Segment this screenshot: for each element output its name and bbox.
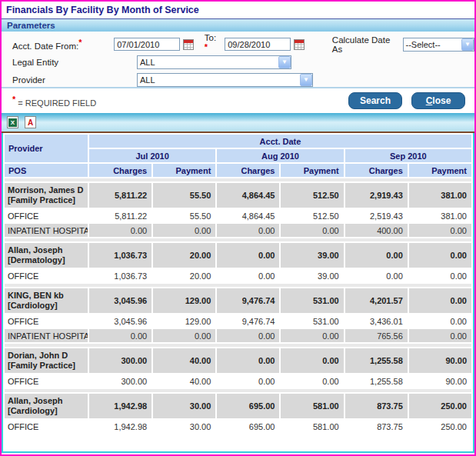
provider-name: Allan, Joseph <box>8 245 88 255</box>
total-value: 0.00 <box>409 288 471 313</box>
pos-row: OFFICE5,811.2255.504,864.45512.502,519.4… <box>5 209 471 222</box>
cell-value: 531.00 <box>281 315 343 328</box>
cell-value: 400.00 <box>345 224 408 237</box>
pos-row: INPATIENT HOSPITAL0.000.000.000.00400.00… <box>5 224 471 237</box>
cell-value: 695.00 <box>217 420 279 433</box>
calculate-date-as-label: Calculate Date As <box>332 35 395 54</box>
total-value: 300.00 <box>89 348 151 373</box>
total-value: 40.00 <box>153 348 215 373</box>
provider-summary-row: KING, BEN kb[Cardiology]3,045.96129.009,… <box>5 288 471 313</box>
cell-value: 0.00 <box>281 224 343 237</box>
cell-value: 90.00 <box>409 374 471 388</box>
cell-value: 0.00 <box>89 329 151 342</box>
total-value: 90.00 <box>409 348 471 373</box>
total-value: 695.00 <box>217 394 279 418</box>
report-window: Financials By Facility By Month of Servi… <box>0 0 476 456</box>
provider-name: Allan, Joseph <box>8 396 88 406</box>
title-bar: Financials By Facility By Month of Servi… <box>2 2 474 18</box>
payment-column-header: Payment <box>281 164 343 177</box>
cell-value: 1,036.73 <box>89 269 151 282</box>
pos-row: OFFICE300.0040.000.000.001,255.5890.00 <box>5 374 471 388</box>
pos-label: INPATIENT HOSPITAL <box>5 224 88 237</box>
cell-value: 0.00 <box>217 224 279 237</box>
pdf-export-icon[interactable]: A <box>25 116 36 128</box>
export-toolbar: X A <box>2 113 474 133</box>
cell-value: 20.00 <box>153 269 215 282</box>
search-button[interactable]: Search <box>348 92 402 109</box>
total-value: 381.00 <box>409 183 471 208</box>
calculate-date-as-select[interactable]: --Select-- ▼ <box>403 38 474 52</box>
calendar-icon[interactable] <box>183 39 194 50</box>
cell-value: 250.00 <box>409 420 471 433</box>
cell-value: 0.00 <box>409 269 471 282</box>
cell-value: 0.00 <box>409 224 471 237</box>
cell-value: 55.50 <box>153 209 215 222</box>
cell-value: 0.00 <box>89 224 151 237</box>
total-value: 531.00 <box>281 288 343 313</box>
cell-value: 0.00 <box>153 224 215 237</box>
pos-row: OFFICE1,036.7320.000.0039.000.000.00 <box>5 269 471 282</box>
provider-specialty: [Cardiology] <box>8 301 88 311</box>
cell-value: 9,476.74 <box>217 315 279 328</box>
date-from-input[interactable] <box>114 38 180 51</box>
chevron-down-icon: ▼ <box>461 38 474 51</box>
cell-value: 765.56 <box>345 329 408 342</box>
cell-value: 300.00 <box>89 374 151 388</box>
total-value: 1,942.98 <box>89 394 151 418</box>
date-to-input[interactable] <box>225 38 291 51</box>
acct-date-header: Acct. Date <box>89 135 471 148</box>
cell-value: 512.50 <box>281 209 343 222</box>
cell-value: 0.00 <box>153 329 215 342</box>
month-header-aug: Aug 2010 <box>217 149 343 162</box>
provider-select[interactable]: ALL ▼ <box>137 73 313 87</box>
cell-value: 1,942.98 <box>89 420 151 433</box>
legal-entity-select[interactable]: ALL ▼ <box>137 55 291 69</box>
total-value: 55.50 <box>153 183 215 208</box>
legal-entity-label: Legal Entity <box>12 58 126 67</box>
pos-row: INPATIENT HOSPITAL0.000.000.000.00765.56… <box>5 329 471 342</box>
provider-name: Morrison, James D <box>8 185 88 195</box>
provider-name: Dorian, John D <box>8 351 88 361</box>
pos-row: OFFICE3,045.96129.009,476.74531.003,436.… <box>5 315 471 328</box>
cell-value: 0.00 <box>217 329 279 342</box>
report-body: Morrison, James D[Family Practice]5,811.… <box>5 178 471 433</box>
pos-label: INPATIENT HOSPITAL <box>5 329 88 342</box>
total-value: 30.00 <box>153 394 215 418</box>
total-value: 39.00 <box>281 243 343 268</box>
acct-date-from-label: Acct. Date From:* <box>12 38 114 51</box>
cell-value: 4,864.45 <box>217 209 279 222</box>
provider-specialty: [Family Practice] <box>8 361 88 371</box>
charges-column-header: Charges <box>89 164 151 177</box>
close-button[interactable]: Close <box>411 92 465 109</box>
excel-export-icon[interactable]: X <box>7 116 18 128</box>
cell-value: 0.00 <box>217 374 279 388</box>
provider-summary-row: Dorian, John D[Family Practice]300.0040.… <box>5 348 471 373</box>
total-value: 1,255.58 <box>345 348 408 373</box>
provider-summary-row: Morrison, James D[Family Practice]5,811.… <box>5 183 471 208</box>
total-value: 250.00 <box>409 394 471 418</box>
cell-value: 39.00 <box>281 269 343 282</box>
cell-value: 1,255.58 <box>345 374 408 388</box>
total-value: 512.50 <box>281 183 343 208</box>
cell-value: 0.00 <box>281 374 343 388</box>
required-asterisk: * <box>205 42 208 52</box>
total-value: 0.00 <box>345 243 408 268</box>
total-value: 5,811.22 <box>89 183 151 208</box>
cell-value: 5,811.22 <box>89 209 151 222</box>
total-value: 0.00 <box>217 348 279 373</box>
cell-value: 40.00 <box>153 374 215 388</box>
cell-value: 381.00 <box>409 209 471 222</box>
pos-label: OFFICE <box>5 420 88 433</box>
cell-value: 30.00 <box>153 420 215 433</box>
date-to-label: To: * <box>205 33 220 55</box>
provider-specialty: [Cardiology] <box>8 406 88 416</box>
total-value: 20.00 <box>153 243 215 268</box>
total-value: 4,201.57 <box>345 288 408 313</box>
calendar-icon[interactable] <box>294 39 305 50</box>
provider-summary-row: Allan, Joseph[Dermatology]1,036.7320.000… <box>5 243 471 268</box>
month-header-jul: Jul 2010 <box>89 149 215 162</box>
total-value: 3,045.96 <box>89 288 151 313</box>
total-value: 4,864.45 <box>217 183 279 208</box>
cell-value: 0.00 <box>409 315 471 328</box>
payment-column-header: Payment <box>153 164 215 177</box>
